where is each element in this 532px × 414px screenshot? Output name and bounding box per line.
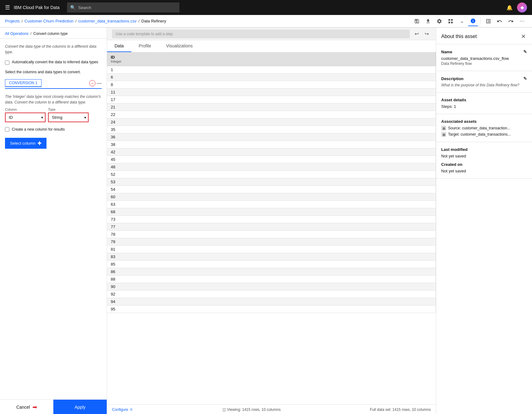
type-label: Type — [48, 108, 89, 111]
table-row: 48 — [107, 163, 436, 171]
asset-details-label: Asset details — [441, 98, 527, 102]
created-value: Not yet saved — [441, 169, 527, 173]
conversion-1-tab[interactable]: CONVERSION 1 — [5, 79, 41, 87]
select-column-button[interactable]: Select column ✚ — [5, 138, 46, 149]
apply-label: Apply — [75, 405, 85, 410]
table-row: 83 — [107, 253, 436, 261]
save-icon[interactable] — [412, 16, 422, 26]
associated-label: Associated assets — [441, 119, 527, 124]
table-row: 17 — [107, 96, 436, 104]
source-item: ▦ Source: customer_data_transaction... — [441, 126, 527, 131]
column-select[interactable]: ID Age Gender Balance — [5, 113, 46, 122]
table-row: 95 — [107, 306, 436, 313]
all-operations-link[interactable]: All Operations — [5, 31, 28, 36]
select-columns-text: Select the columns and data types to con… — [5, 70, 102, 74]
new-column-checkbox[interactable] — [5, 127, 9, 132]
cancel-arrow-icon: ➡ — [32, 404, 37, 411]
cancel-button[interactable]: Cancel ➡ — [0, 400, 53, 414]
redo-button[interactable]: ↪ — [422, 30, 431, 38]
breadcrumb-sep-2: / — [75, 19, 76, 23]
configure-filter-icon: ⛭ — [129, 407, 133, 412]
ops-breadcrumb: All Operations / Convert column type — [0, 28, 107, 39]
conversion-tab: CONVERSION 1 − — — [5, 79, 102, 87]
breadcrumb: Projects / Customer Churn Prediction / c… — [5, 19, 166, 23]
right-panel-header: About this asset ✕ — [436, 28, 532, 44]
left-bottom-buttons: Cancel ➡ Apply — [0, 399, 107, 414]
close-panel-button[interactable]: ✕ — [520, 33, 527, 40]
tab-profile[interactable]: Profile — [131, 40, 159, 52]
tab-visualizations[interactable]: Visualizations — [159, 40, 200, 52]
right-panel-title: About this asset — [441, 34, 477, 39]
auto-convert-label: Automatically convert the data to inferr… — [12, 60, 98, 64]
more-options-icon[interactable]: — — [97, 80, 102, 86]
description-label: Description ✎ — [441, 76, 527, 81]
description-hint: What is the purpose of this Data Refiner… — [441, 83, 527, 87]
search-input[interactable] — [67, 2, 179, 12]
name-sub: Data Refinery flow — [441, 61, 527, 66]
table-icon[interactable] — [483, 16, 493, 26]
left-content: Convert the data type of the columns to … — [0, 39, 107, 399]
nav-icons: 🔔 ◆ — [503, 1, 527, 14]
breadcrumb-projects[interactable]: Projects — [5, 19, 20, 23]
chevron-down-icon[interactable]: ⌄ — [457, 16, 467, 26]
plus-icon: ✚ — [37, 140, 41, 146]
table-row: 36 — [107, 133, 436, 141]
table-row: 21 — [107, 104, 436, 111]
info-icon[interactable] — [468, 16, 478, 26]
column-field-group: Column ID Age Gender Balance — [5, 108, 46, 122]
data-grid-container: ID Integer 16811172122243536384245485253… — [107, 52, 436, 414]
table-row: 90 — [107, 283, 436, 291]
table-row: 92 — [107, 291, 436, 298]
table-row: 8 — [107, 81, 436, 89]
breadcrumb-file[interactable]: customer_data_transactions.csv — [78, 19, 136, 23]
auto-convert-checkbox[interactable] — [5, 60, 9, 65]
status-bar: Configure ⛭ ◫ Viewing: 1415 rows, 10 col… — [107, 404, 436, 414]
target-label: Target: customer_data_transactions... — [448, 132, 511, 137]
center-panel: ↩ ↪ Data Profile Visualizations ID Integ… — [107, 28, 436, 414]
table-row: 45 — [107, 156, 436, 163]
table-row: 38 — [107, 141, 436, 148]
table-row: 68 — [107, 208, 436, 216]
data-grid: ID Integer 16811172122243536384245485253… — [107, 52, 436, 313]
name-edit-icon[interactable]: ✎ — [523, 49, 527, 54]
redo-icon[interactable] — [506, 16, 516, 26]
description-edit-icon[interactable]: ✎ — [523, 76, 527, 81]
table-row: 77 — [107, 223, 436, 231]
table-row: 85 — [107, 261, 436, 268]
code-template-input[interactable] — [112, 30, 410, 38]
table-row: 52 — [107, 171, 436, 178]
table-row: 53 — [107, 178, 436, 186]
table-row: 63 — [107, 201, 436, 208]
name-section: Name ✎ customer_data_transactions.csv_fl… — [436, 44, 532, 71]
conversion-tab-icons: − — — [89, 80, 102, 86]
configure-link[interactable]: Configure ⛭ — [112, 407, 133, 412]
undo-icon[interactable] — [495, 16, 505, 26]
undo-button[interactable]: ↩ — [412, 30, 421, 38]
configure-label: Configure — [112, 407, 128, 412]
table-row: 88 — [107, 276, 436, 283]
more-icon[interactable]: ⋯ — [517, 16, 527, 26]
tab-data[interactable]: Data — [107, 40, 131, 52]
apply-button[interactable]: Apply — [53, 400, 107, 414]
toolbar-divider — [481, 17, 481, 25]
last-modified-label: Last modified — [441, 147, 527, 152]
hint-text: The 'Integer' data type most closely mat… — [5, 94, 102, 105]
notification-icon[interactable]: 🔔 — [503, 1, 516, 14]
description-section: Description ✎ What is the purpose of thi… — [436, 71, 532, 93]
table-row: 11 — [107, 89, 436, 96]
type-select-wrapper: String Integer Float Boolean Date — [48, 113, 89, 122]
remove-conversion-icon[interactable]: − — [89, 80, 95, 86]
hamburger-icon[interactable]: ☰ — [5, 4, 10, 11]
col-header-id[interactable]: ID Integer — [107, 52, 436, 66]
app-logo: IBM Cloud Pak for Data — [14, 5, 60, 10]
type-select[interactable]: String Integer Float Boolean Date — [48, 113, 89, 122]
settings-icon[interactable] — [434, 16, 444, 26]
name-value: customer_data_transactions.csv_flow — [441, 56, 527, 61]
table-row: 73 — [107, 216, 436, 223]
main-layout: All Operations / Convert column type Con… — [0, 28, 532, 414]
upload-icon[interactable] — [423, 16, 433, 26]
user-avatar[interactable]: ◆ — [517, 2, 527, 12]
grid-icon[interactable] — [446, 16, 456, 26]
table-row: 6 — [107, 74, 436, 81]
breadcrumb-project[interactable]: Customer Churn Prediction — [25, 19, 74, 23]
